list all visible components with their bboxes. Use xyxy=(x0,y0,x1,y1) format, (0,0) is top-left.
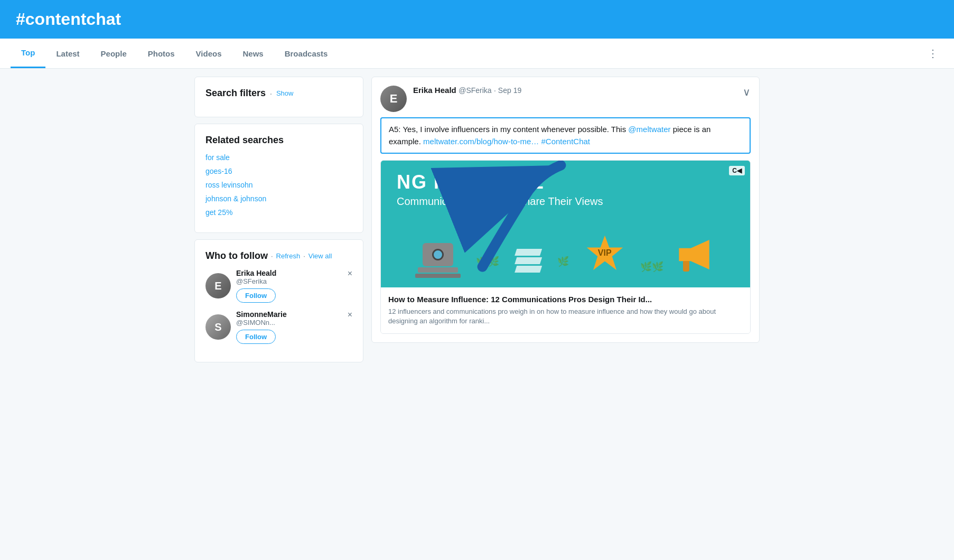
sidebar: Search filters · Show Related searches f… xyxy=(194,77,363,362)
close-icon[interactable]: × xyxy=(348,310,352,320)
nav-tabs: Top Latest People Photos Videos News Bro… xyxy=(0,39,954,69)
tweet-avatar: E xyxy=(380,86,407,112)
related-searches-card: Related searches for sale goes-16 ross l… xyxy=(194,124,363,233)
vip-badge: VIP xyxy=(585,234,625,274)
tweet-caption-title[interactable]: How to Measure Influence: 12 Communicati… xyxy=(388,295,743,304)
article-link[interactable]: meltwater.com/blog/how-to-me… xyxy=(423,137,539,146)
more-options-icon[interactable]: ⋮ xyxy=(922,42,943,65)
follow-item: S SimonneMarie @SIMONn... Follow × xyxy=(205,310,352,344)
follow-button[interactable]: Follow xyxy=(236,330,276,344)
avatar: E xyxy=(205,273,231,298)
page-header: #contentchat xyxy=(0,0,954,39)
follow-item: E Erika Heald @SFerika Follow × xyxy=(205,269,352,303)
follow-button[interactable]: Follow xyxy=(236,288,276,303)
show-filters-link[interactable]: Show xyxy=(276,89,294,97)
leaf-decoration: 🌿🌿 xyxy=(640,261,663,273)
follow-user-name: SimonneMarie xyxy=(236,310,352,319)
tweet-caption: How to Measure Influence: 12 Communicati… xyxy=(381,287,750,333)
mention-link[interactable]: @meltwater xyxy=(628,125,670,134)
tweet-author-name[interactable]: Erika Heald xyxy=(413,86,456,95)
corner-badge: C◀ xyxy=(729,166,745,175)
search-filters-title: Search filters · Show xyxy=(205,88,352,99)
leaf-decoration: 🌿🌿 xyxy=(476,256,499,267)
hashtag-link[interactable]: #ContentChat xyxy=(539,137,590,146)
leaf-decoration: 🌿 xyxy=(557,256,569,267)
tab-latest[interactable]: Latest xyxy=(45,40,90,68)
close-icon[interactable]: × xyxy=(348,269,352,278)
tweet-dropdown-icon[interactable]: ∨ xyxy=(743,86,751,98)
view-all-link[interactable]: View all xyxy=(308,252,332,260)
tab-top[interactable]: Top xyxy=(11,39,45,68)
tab-broadcasts[interactable]: Broadcasts xyxy=(274,40,339,68)
related-search-item[interactable]: johnson & johnson xyxy=(205,194,352,203)
follow-user-name: Erika Heald xyxy=(236,269,352,277)
tweet-image-banner: NG I LUENCE Communications Experts Share… xyxy=(381,161,750,287)
tweet-date: Sep 19 xyxy=(498,86,521,95)
tab-news[interactable]: News xyxy=(232,40,274,68)
camera-icon xyxy=(415,243,461,278)
tweet-header: E Erika Heald @SFerika · Sep 19 ∨ xyxy=(380,86,751,112)
related-search-item[interactable]: get 25% xyxy=(205,208,352,217)
tab-videos[interactable]: Videos xyxy=(185,40,232,68)
page-title: #contentchat xyxy=(16,10,938,29)
tweet-caption-desc: 12 influencers and communications pro we… xyxy=(388,307,743,326)
search-filters-card: Search filters · Show xyxy=(194,77,363,117)
tweet-author-handle[interactable]: @SFerika xyxy=(459,86,491,95)
who-to-follow-title: Who to follow xyxy=(205,250,268,262)
main-layout: Search filters · Show Related searches f… xyxy=(186,69,768,370)
tweet-card: E Erika Heald @SFerika · Sep 19 ∨ A5: Ye… xyxy=(371,77,760,343)
who-to-follow-card: Who to follow · Refresh · View all E Eri… xyxy=(194,239,363,362)
megaphone-icon xyxy=(679,240,716,272)
follow-user-handle: @SFerika xyxy=(236,277,352,285)
related-search-item[interactable]: ross levinsohn xyxy=(205,181,352,189)
tweet-image-card: NG I LUENCE Communications Experts Share… xyxy=(380,160,751,334)
tweet-body: A5: Yes, I involve influencers in my con… xyxy=(380,117,751,154)
main-content: E Erika Heald @SFerika · Sep 19 ∨ A5: Ye… xyxy=(371,77,760,362)
logo-icon xyxy=(515,249,542,273)
tab-photos[interactable]: Photos xyxy=(137,40,185,68)
follow-user-handle: @SIMONn... xyxy=(236,319,352,326)
avatar: S xyxy=(205,314,231,340)
tab-people[interactable]: People xyxy=(90,40,137,68)
refresh-link[interactable]: Refresh xyxy=(276,252,301,260)
related-search-item[interactable]: for sale xyxy=(205,153,352,162)
related-search-item[interactable]: goes-16 xyxy=(205,167,352,175)
